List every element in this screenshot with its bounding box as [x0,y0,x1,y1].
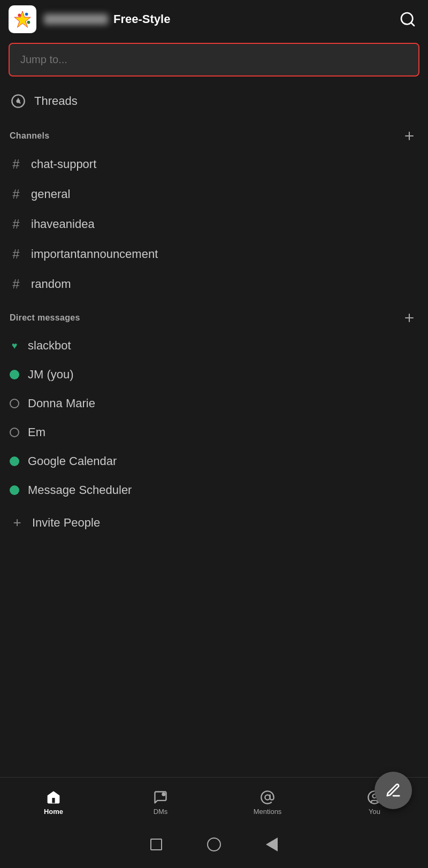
channel-item-ihaveanidea[interactable]: # ihaveanidea [4,209,424,239]
dms-icon [152,789,169,805]
svg-line-6 [411,22,414,26]
online-status-dot [10,485,19,495]
svg-point-2 [18,14,21,17]
channel-name: random [31,277,71,291]
dm-name: Donna Marie [28,397,95,410]
dm-name: Em [28,425,45,439]
svg-point-3 [25,13,28,16]
channel-name: importantannouncement [31,247,158,261]
header-title-area: Free-Style [44,12,396,26]
threads-label: Threads [34,94,78,108]
dm-name: slackbot [28,339,71,353]
system-back-button[interactable] [264,837,279,852]
online-status-dot [10,370,19,379]
dm-item-slackbot[interactable]: ♥ slackbot [4,331,424,360]
hash-icon: # [10,187,22,202]
home-icon [45,789,62,805]
workspace-name: Free-Style [113,12,170,26]
hash-icon: # [10,157,22,172]
channel-name: general [31,187,70,201]
home-label: Home [44,808,63,816]
workspace-name-blurred [44,14,108,25]
dm-section-header: Direct messages [4,299,424,331]
dm-item-message-scheduler[interactable]: Message Scheduler [4,476,424,505]
add-dm-button[interactable] [400,309,418,327]
nav-dms[interactable]: DMs [107,789,214,816]
bottom-navigation: Home DMs Mentions · [0,777,428,825]
channel-name: chat-support [31,157,96,171]
dm-item-google-calendar[interactable]: Google Calendar [4,447,424,476]
nav-mentions[interactable]: Mentions [214,789,321,816]
invite-people-label: Invite People [32,516,100,530]
dm-name: JM (you) [28,368,74,382]
system-home-button[interactable] [207,837,221,852]
mentions-label: Mentions [254,808,282,816]
threads-icon [10,93,27,110]
compose-fab[interactable] [374,772,412,809]
invite-plus-icon: + [10,514,25,531]
channel-item-general[interactable]: # general [4,179,424,209]
jump-to-input[interactable] [9,43,419,77]
channel-name: ihaveanidea [31,217,95,231]
system-navigation [0,825,428,868]
offline-status-dot [10,428,19,437]
channels-section-header: Channels [4,117,424,149]
workspace-icon[interactable] [9,5,36,33]
system-square-button[interactable] [149,837,164,852]
mentions-icon [259,789,276,805]
svg-point-8 [17,100,20,103]
threads-item[interactable]: Threads [4,85,424,117]
svg-point-13 [162,793,165,796]
hash-icon: # [10,277,22,292]
hash-icon: # [10,247,22,262]
compose-button[interactable] [374,772,412,809]
channel-item-importantannouncement[interactable]: # importantannouncement [4,239,424,269]
hash-icon: # [10,217,22,232]
dm-item-jm[interactable]: JM (you) [4,360,424,389]
dms-label: DMs [154,808,168,816]
channel-item-random[interactable]: # random [4,269,424,299]
channels-title: Channels [10,131,49,141]
nav-home[interactable]: Home [0,789,107,816]
app-header: Free-Style [0,0,428,39]
dm-name: Google Calendar [28,454,117,468]
invite-people-item[interactable]: + Invite People [4,507,424,538]
dm-title: Direct messages [10,313,80,323]
jump-to-container [0,39,428,85]
slackbot-status-icon: ♥ [10,340,19,352]
offline-status-dot [10,399,19,408]
dm-item-em[interactable]: Em [4,418,424,447]
add-channel-button[interactable] [400,127,418,145]
online-status-dot [10,456,19,466]
svg-point-4 [27,21,30,24]
search-button[interactable] [396,7,419,31]
dm-item-donna[interactable]: Donna Marie [4,389,424,418]
channel-item-chat-support[interactable]: # chat-support [4,149,424,179]
dm-name: Message Scheduler [28,483,132,497]
sidebar-content: Threads Channels # chat-support # genera… [0,85,428,777]
svg-point-14 [265,795,270,800]
